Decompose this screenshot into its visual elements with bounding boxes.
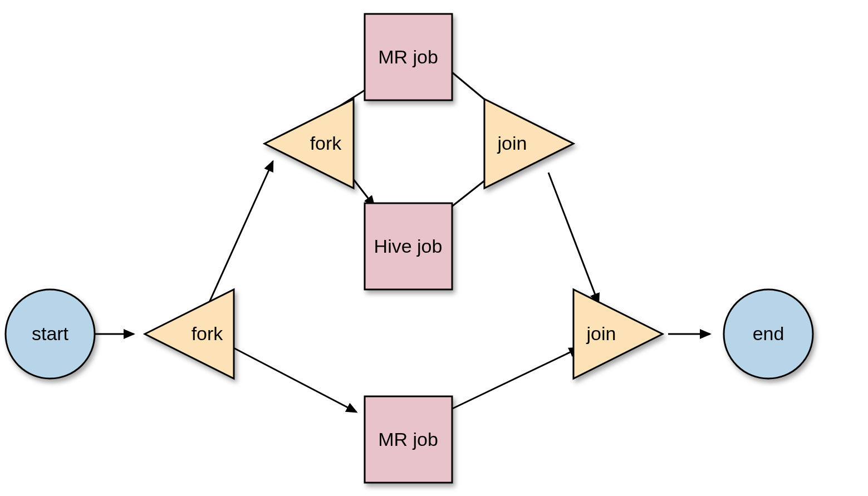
hivejob-label: Hive job: [374, 235, 443, 257]
mrjob1-label: MR job: [378, 46, 438, 67]
end-label: end: [753, 323, 784, 344]
edge-fork1-mrjob2: [228, 345, 356, 412]
edge-join1-join2: [548, 173, 599, 303]
fork2-label: fork: [310, 132, 342, 154]
fork1-label: fork: [192, 323, 224, 344]
edge-mrjob2-join2: [445, 348, 579, 412]
mrjob2-label: MR job: [378, 429, 438, 450]
start-label: start: [32, 323, 69, 344]
join2-label: join: [586, 323, 616, 344]
join1-label: join: [497, 132, 527, 154]
edge-fork1-fork2: [209, 161, 273, 303]
workflow-diagram: start end fork fork join join MR job Hiv…: [0, 0, 868, 496]
